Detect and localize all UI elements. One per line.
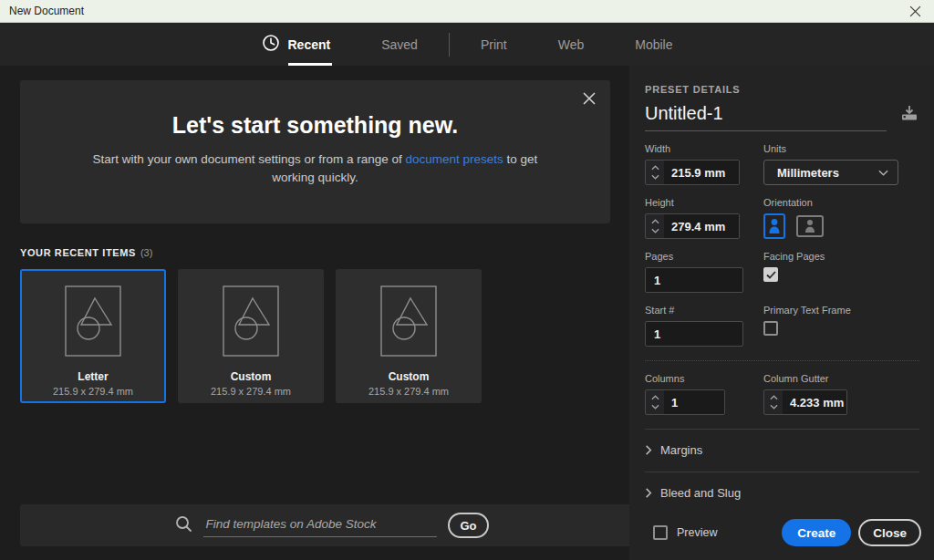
window-close-icon[interactable] [909,5,921,17]
start-number-field[interactable]: 1 [645,321,743,347]
chevron-up-icon [651,219,659,224]
hero-title: Let's start something new. [20,80,610,139]
hero-subtitle: Start with your own document settings or… [85,150,545,187]
width-units-row: Width 215.9 mm Units Millimeters [645,143,919,185]
recent-item-size: 215.9 x 279.4 mm [53,386,133,397]
document-shapes-icon [65,285,121,360]
save-preset-icon[interactable] [899,104,919,131]
go-button[interactable]: Go [448,513,488,538]
recent-item-name: Custom [389,370,430,383]
recent-items-count: (3) [140,247,152,258]
chevron-down-icon [770,404,778,410]
pages-facing-row: Pages 1 Facing Pages [645,251,919,293]
height-field[interactable]: 279.4 mm [645,213,740,239]
chevron-right-icon [645,488,652,498]
primary-text-frame-checkbox[interactable] [763,321,778,336]
preview-checkbox[interactable] [653,525,668,540]
tab-saved[interactable]: Saved [356,23,443,66]
preview-label: Preview [677,526,717,539]
primary-text-frame-label: Primary Text Frame [763,305,919,316]
preset-name-input[interactable] [645,103,887,131]
orientation-group [763,213,919,239]
tab-divider [449,33,450,57]
height-label: Height [645,197,743,208]
pages-field[interactable]: 1 [645,267,743,293]
chevron-down-icon [878,170,888,176]
units-value: Millimeters [777,166,839,180]
column-gutter-stepper[interactable] [764,390,783,414]
tab-bar: Recent Saved Print Web Mobile [0,23,934,66]
bleed-slug-section-toggle[interactable]: Bleed and Slug [645,484,919,501]
facing-pages-checkbox[interactable] [763,267,778,282]
columns-value[interactable]: 1 [664,390,724,414]
orientation-label: Orientation [763,197,919,208]
hero-banner: Let's start something new. Start with yo… [20,80,610,223]
units-dropdown[interactable]: Millimeters [763,160,898,185]
tab-web[interactable]: Web [533,23,610,66]
clock-icon [262,34,280,55]
recent-item-name: Letter [78,370,108,383]
tab-print[interactable]: Print [455,23,533,66]
facing-pages-label: Facing Pages [763,251,919,262]
panel-divider [645,429,919,430]
tab-recent[interactable]: Recent [236,23,357,66]
new-document-dialog: New Document Recent Saved Print Web Mobi… [0,0,934,560]
margins-label: Margins [660,443,702,457]
recent-item-name: Custom [231,370,272,383]
chevron-up-icon [651,395,659,400]
tab-label: Recent [288,37,331,52]
chevron-right-icon [645,445,652,455]
column-gutter-value[interactable]: 4.233 mm [783,390,846,414]
panel-divider [645,472,919,472]
preset-details-panel: PRESET DETAILS Width 215.9 mm [629,66,934,560]
units-label: Units [763,143,919,154]
tab-label: Print [481,37,507,52]
columns-field[interactable]: 1 [645,389,725,415]
stock-search-bar: Go [20,504,644,546]
recent-item-custom-1[interactable]: Custom 215.9 x 279.4 mm [178,269,324,403]
preview-group: Preview [653,525,782,540]
orientation-portrait-icon[interactable] [763,213,785,239]
width-value[interactable]: 215.9 mm [664,161,739,184]
titlebar: New Document [0,0,934,23]
recent-item-size: 215.9 x 279.4 mm [211,386,291,397]
orientation-landscape-icon[interactable] [796,215,824,237]
chevron-down-icon [651,404,659,410]
recent-item-size: 215.9 x 279.4 mm [368,386,449,397]
hero-subtitle-text: Start with your own document settings or… [93,152,406,166]
height-orientation-row: Height 279.4 mm Orientation [645,197,919,239]
tab-label: Saved [381,37,418,52]
columns-gutter-row: Columns 1 Column Gutter [645,373,919,415]
width-field[interactable]: 215.9 mm [645,160,740,185]
chevron-up-icon [651,165,659,171]
document-shapes-icon [380,285,437,360]
tab-label: Web [558,37,585,52]
pages-label: Pages [645,251,743,262]
start-number-label: Start # [645,305,743,316]
recent-items-heading-text: YOUR RECENT ITEMS [20,247,136,258]
recent-item-custom-2[interactable]: Custom 215.9 x 279.4 mm [336,269,482,403]
create-button[interactable]: Create [782,519,851,546]
recent-item-letter[interactable]: Letter 215.9 x 279.4 mm [20,269,166,403]
column-gutter-label: Column Gutter [763,373,919,384]
start-ptf-row: Start # 1 Primary Text Frame [645,305,919,347]
close-button[interactable]: Close [858,519,921,546]
preset-name-row [645,103,919,131]
width-label: Width [645,143,743,154]
document-presets-link[interactable]: document presets [406,152,503,166]
chevron-down-icon [651,174,659,180]
columns-stepper[interactable] [646,390,664,414]
height-value[interactable]: 279.4 mm [664,214,739,238]
bleed-slug-label: Bleed and Slug [660,486,741,500]
search-icon [175,515,192,536]
hero-close-icon[interactable] [583,92,596,109]
window-title: New Document [9,5,84,17]
margins-section-toggle[interactable]: Margins [645,441,919,458]
height-stepper[interactable] [646,214,664,238]
column-gutter-field[interactable]: 4.233 mm [763,389,847,415]
width-stepper[interactable] [646,161,664,184]
main-area: Let's start something new. Start with yo… [0,66,629,560]
panel-footer: Preview Create Close [629,505,934,560]
tab-mobile[interactable]: Mobile [609,23,698,66]
stock-search-input[interactable] [203,514,437,537]
